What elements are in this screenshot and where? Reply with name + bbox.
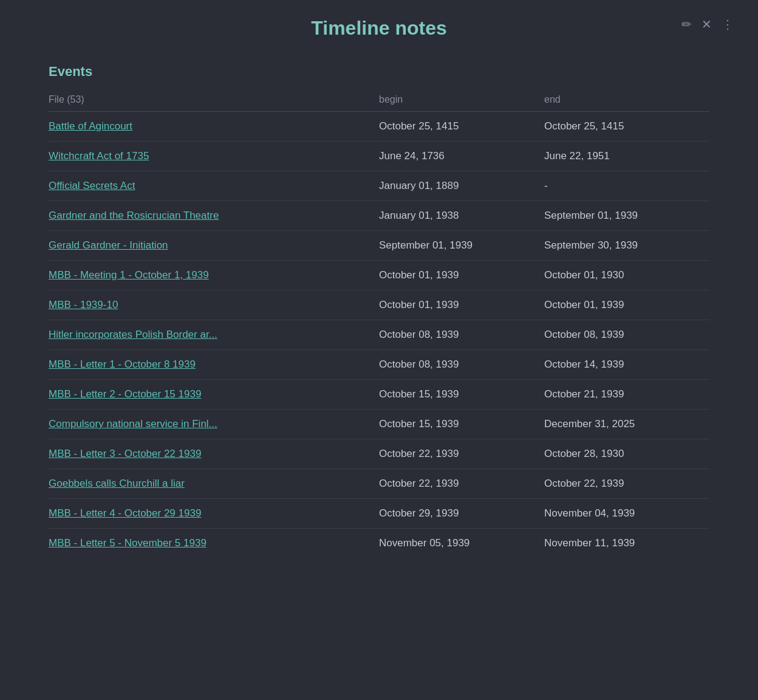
cell-end: September 01, 1939: [544, 201, 709, 231]
table-row: Battle of AgincourtOctober 25, 1415Octob…: [49, 112, 709, 142]
file-link[interactable]: Gerald Gardner - Initiation: [49, 239, 168, 251]
cell-file: MBB - Letter 2 - October 15 1939: [49, 380, 379, 410]
table-row: MBB - Letter 3 - October 22 1939October …: [49, 439, 709, 469]
cell-begin: January 01, 1938: [379, 201, 544, 231]
table-row: Witchcraft Act of 1735June 24, 1736June …: [49, 142, 709, 171]
file-link[interactable]: MBB - Letter 5 - November 5 1939: [49, 537, 207, 549]
window: Timeline notes ✏ ✕ ⋮ Events File (53) be…: [0, 0, 758, 700]
cell-end: October 14, 1939: [544, 350, 709, 380]
edit-icon[interactable]: ✏: [681, 17, 692, 32]
cell-begin: October 22, 1939: [379, 439, 544, 469]
cell-end: December 31, 2025: [544, 410, 709, 439]
cell-file: Goebbels calls Churchill a liar: [49, 469, 379, 499]
file-link[interactable]: Witchcraft Act of 1735: [49, 150, 149, 162]
file-link[interactable]: MBB - Letter 2 - October 15 1939: [49, 388, 201, 400]
cell-begin: October 08, 1939: [379, 350, 544, 380]
cell-file: Hitler incorporates Polish Border ar...: [49, 320, 379, 350]
table-row: MBB - 1939-10October 01, 1939October 01,…: [49, 290, 709, 320]
section-heading: Events: [49, 64, 709, 80]
cell-begin: October 29, 1939: [379, 499, 544, 529]
cell-file: Gardner and the Rosicrucian Theatre: [49, 201, 379, 231]
title-bar-actions: ✏ ✕ ⋮: [681, 17, 734, 32]
cell-end: October 01, 1939: [544, 290, 709, 320]
cell-end: October 28, 1930: [544, 439, 709, 469]
file-link[interactable]: Gardner and the Rosicrucian Theatre: [49, 210, 219, 221]
cell-end: October 01, 1930: [544, 261, 709, 290]
cell-file: MBB - Letter 4 - October 29 1939: [49, 499, 379, 529]
cell-begin: October 15, 1939: [379, 410, 544, 439]
table-row: MBB - Letter 5 - November 5 1939November…: [49, 529, 709, 558]
file-link[interactable]: Battle of Agincourt: [49, 120, 132, 132]
table-row: MBB - Letter 1 - October 8 1939October 0…: [49, 350, 709, 380]
cell-begin: October 08, 1939: [379, 320, 544, 350]
title-bar: Timeline notes ✏ ✕ ⋮: [0, 0, 758, 52]
cell-begin: June 24, 1736: [379, 142, 544, 171]
column-end-header: end: [544, 94, 709, 112]
cell-begin: September 01, 1939: [379, 231, 544, 261]
main-content: Events File (53) begin end Battle of Agi…: [0, 52, 758, 582]
file-link[interactable]: MBB - 1939-10: [49, 299, 118, 311]
cell-begin: January 01, 1889: [379, 171, 544, 201]
cell-begin: October 22, 1939: [379, 469, 544, 499]
cell-begin: October 01, 1939: [379, 290, 544, 320]
table-row: Hitler incorporates Polish Border ar...O…: [49, 320, 709, 350]
cell-end: October 22, 1939: [544, 469, 709, 499]
page-title: Timeline notes: [311, 17, 446, 39]
table-row: Goebbels calls Churchill a liarOctober 2…: [49, 469, 709, 499]
cell-file: Compulsory national service in Finl...: [49, 410, 379, 439]
table-row: Compulsory national service in Finl...Oc…: [49, 410, 709, 439]
cell-end: October 25, 1415: [544, 112, 709, 142]
cell-file: Battle of Agincourt: [49, 112, 379, 142]
file-link[interactable]: MBB - Letter 1 - October 8 1939: [49, 359, 196, 370]
events-table: File (53) begin end Battle of AgincourtO…: [49, 94, 709, 558]
cell-file: MBB - Letter 1 - October 8 1939: [49, 350, 379, 380]
table-row: Official Secrets ActJanuary 01, 1889-: [49, 171, 709, 201]
file-link[interactable]: Goebbels calls Churchill a liar: [49, 478, 185, 489]
file-link[interactable]: Hitler incorporates Polish Border ar...: [49, 329, 217, 340]
more-icon[interactable]: ⋮: [722, 17, 734, 32]
column-file-header: File (53): [49, 94, 379, 112]
cell-file: MBB - 1939-10: [49, 290, 379, 320]
file-link[interactable]: MBB - Meeting 1 - October 1, 1939: [49, 269, 209, 281]
cell-file: MBB - Meeting 1 - October 1, 1939: [49, 261, 379, 290]
table-row: MBB - Letter 2 - October 15 1939October …: [49, 380, 709, 410]
file-link[interactable]: MBB - Letter 3 - October 22 1939: [49, 448, 201, 459]
cell-end: October 08, 1939: [544, 320, 709, 350]
cell-file: Gerald Gardner - Initiation: [49, 231, 379, 261]
cell-end: June 22, 1951: [544, 142, 709, 171]
file-link[interactable]: MBB - Letter 4 - October 29 1939: [49, 507, 201, 519]
table-header-row: File (53) begin end: [49, 94, 709, 112]
cell-file: Official Secrets Act: [49, 171, 379, 201]
column-begin-header: begin: [379, 94, 544, 112]
cell-begin: October 25, 1415: [379, 112, 544, 142]
cell-file: MBB - Letter 3 - October 22 1939: [49, 439, 379, 469]
cell-end: September 30, 1939: [544, 231, 709, 261]
cell-file: Witchcraft Act of 1735: [49, 142, 379, 171]
cell-end: November 04, 1939: [544, 499, 709, 529]
cell-begin: October 01, 1939: [379, 261, 544, 290]
cell-file: MBB - Letter 5 - November 5 1939: [49, 529, 379, 558]
cell-end: October 21, 1939: [544, 380, 709, 410]
cell-end: -: [544, 171, 709, 201]
file-link[interactable]: Compulsory national service in Finl...: [49, 418, 217, 430]
cell-begin: October 15, 1939: [379, 380, 544, 410]
table-row: Gardner and the Rosicrucian TheatreJanua…: [49, 201, 709, 231]
table-row: MBB - Meeting 1 - October 1, 1939October…: [49, 261, 709, 290]
file-link[interactable]: Official Secrets Act: [49, 180, 135, 191]
table-row: Gerald Gardner - InitiationSeptember 01,…: [49, 231, 709, 261]
close-icon[interactable]: ✕: [702, 17, 712, 32]
table-row: MBB - Letter 4 - October 29 1939October …: [49, 499, 709, 529]
cell-begin: November 05, 1939: [379, 529, 544, 558]
cell-end: November 11, 1939: [544, 529, 709, 558]
